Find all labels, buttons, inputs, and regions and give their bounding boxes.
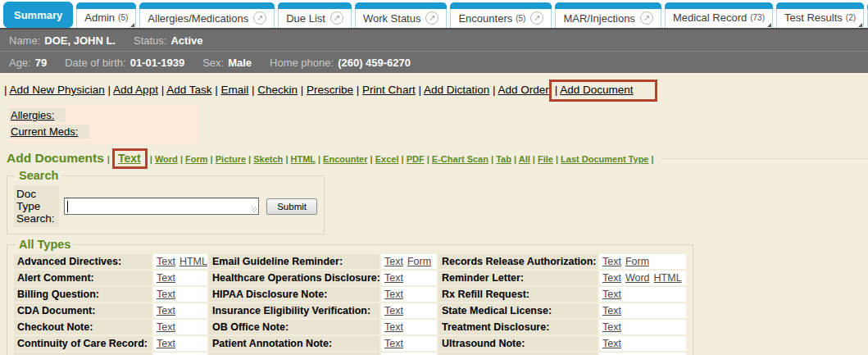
doc-open-link-text[interactable]: Text [157, 256, 175, 267]
open-in-new-icon[interactable]: ↗ [530, 11, 543, 25]
doc-open-link-text[interactable]: Text [384, 256, 403, 267]
doc-label-healthcare-operations-disclosure: Healthcare Operations Disclosure: [209, 271, 379, 285]
doc-open-link-text[interactable]: Text [384, 338, 403, 349]
submit-button[interactable]: Submit [266, 198, 317, 215]
doc-type-link-excel[interactable]: Excel [375, 154, 399, 164]
doc-open-link-form[interactable]: Form [407, 256, 431, 267]
doc-type-search-input[interactable] [64, 198, 259, 215]
tab-count: (5) [516, 14, 525, 23]
doc-type-link-picture[interactable]: Picture [216, 154, 246, 164]
tab-content-row: Medical Record(73) [666, 9, 772, 27]
tab-label: Work Status [363, 12, 421, 25]
doc-open-link-html[interactable]: HTML [180, 256, 207, 267]
current-meds-row: Current Meds: [9, 124, 198, 140]
doc-label-continuity-of-care-record: Continuity of Care Record: [14, 336, 152, 351]
tab-top-strip [555, 2, 661, 9]
doc-type-link-html[interactable]: HTML [291, 154, 316, 164]
doc-label-alert-comment: Alert Comment: [14, 271, 152, 285]
open-in-new-icon[interactable]: ↗ [425, 11, 439, 25]
search-section-title: Search [16, 169, 61, 182]
dob-label: Date of birth: [65, 57, 125, 69]
doc-open-link-text[interactable]: Text [157, 272, 175, 284]
allergies-row: Allergies: [9, 107, 198, 124]
action-link-add-new-physician[interactable]: Add New Physician [10, 84, 105, 96]
dropdown-corner-icon [130, 23, 134, 27]
doc-type-link-last-document-type[interactable]: Last Document Type [561, 154, 648, 164]
doc-open-link-text[interactable]: Text [602, 289, 621, 300]
doc-links-cell: Text [381, 320, 437, 335]
action-link-prescribe[interactable]: Prescribe [307, 84, 353, 96]
doc-open-link-text[interactable]: Text [157, 338, 175, 349]
doc-open-link-text[interactable]: Text [602, 321, 621, 333]
doc-open-link-text[interactable]: Text [602, 272, 621, 284]
tab-summary[interactable]: Summary [3, 2, 73, 28]
doc-label-state-medical-license: State Medical License: [439, 303, 598, 318]
doc-links-cell: TextHTML [153, 254, 207, 269]
doc-open-link-word[interactable]: Word [625, 272, 650, 284]
doc-label-checkout-note: Checkout Note: [14, 320, 152, 335]
open-in-new-icon[interactable]: ↗ [640, 11, 653, 25]
doc-links-cell: Text [381, 303, 437, 318]
main-content: | Add New Physician | Add Appt | Add Tas… [0, 73, 868, 355]
action-link-add-appt[interactable]: Add Appt [113, 84, 158, 96]
dropdown-corner-icon [767, 23, 771, 27]
current-meds-link[interactable]: Current Meds: [9, 125, 89, 139]
doc-type-link-tab[interactable]: Tab [496, 154, 511, 164]
doc-open-link-text[interactable]: Text [384, 272, 403, 284]
dropdown-corner-icon [858, 23, 862, 27]
tab-label: Due List [286, 12, 325, 25]
doc-label-cda-document: CDA Document: [14, 303, 152, 318]
tab-test-results[interactable]: Test Results(2) [776, 2, 864, 28]
doc-links-cell: Text [153, 303, 207, 318]
doc-type-link-word[interactable]: Word [155, 154, 178, 164]
tab-allergies-medications[interactable]: Allergies/Medications↗ [139, 2, 275, 28]
doc-open-link-text[interactable]: Text [384, 321, 403, 333]
doc-open-link-text[interactable]: Text [602, 305, 621, 316]
action-link-add-order[interactable]: Add Order [498, 84, 548, 96]
doc-type-link-form[interactable]: Form [185, 154, 208, 164]
action-link-checkin[interactable]: Checkin [257, 84, 298, 96]
doc-open-link-text[interactable]: Text [157, 321, 175, 333]
sex-label: Sex: [202, 57, 224, 69]
doc-type-link-pdf[interactable]: PDF [407, 154, 425, 164]
tab-work-status[interactable]: Work Status↗ [355, 2, 448, 28]
patient-phone: (260) 459-6270 [338, 57, 411, 69]
tab-label: Allergies/Medications [148, 12, 248, 25]
tab-top-strip [139, 2, 275, 9]
tab-medical-record[interactable]: Medical Record(73) [665, 2, 773, 28]
open-in-new-icon[interactable]: ↗ [330, 11, 343, 25]
action-link-add-dictation[interactable]: Add Dictation [424, 84, 489, 96]
doc-type-link-sketch[interactable]: Sketch [253, 154, 283, 164]
doc-type-link-text[interactable]: Text [118, 152, 141, 165]
action-link-email[interactable]: Email [220, 84, 248, 96]
tab-admin[interactable]: Admin(5) [76, 2, 136, 28]
doc-type-link-file[interactable]: File [538, 154, 553, 164]
tab-encounters[interactable]: Encounters(5)↗ [450, 2, 552, 28]
doc-open-link-html[interactable]: HTML [654, 272, 682, 284]
patient-name-bar: Name: DOE, JOHN L. Status: Active [0, 30, 868, 51]
open-in-new-icon[interactable]: ↗ [253, 11, 266, 25]
doc-open-link-text[interactable]: Text [602, 256, 621, 267]
doc-open-link-text[interactable]: Text [157, 305, 175, 316]
tab-top-strip [665, 2, 773, 9]
action-link-print-chart[interactable]: Print Chart [362, 84, 416, 96]
doc-open-link-text[interactable]: Text [384, 289, 403, 300]
doc-label-email-guideline-reminder: Email Guideline Reminder: [209, 254, 379, 269]
highlight-box-text: Text [112, 148, 148, 169]
doc-type-link-e-chart-scan[interactable]: E-Chart Scan [432, 154, 489, 164]
search-section: Search Doc Type Search: Submit [7, 169, 325, 234]
doc-open-link-text[interactable]: Text [384, 305, 403, 316]
doc-open-link-text[interactable]: Text [602, 338, 621, 349]
tab-due-list[interactable]: Due List↗ [278, 2, 352, 28]
doc-label-treatment-disclosure: Treatment Disclosure: [439, 320, 598, 335]
allergies-link[interactable]: Allergies: [9, 108, 66, 122]
doc-links-cell: Text [381, 336, 437, 351]
doc-type-link-encounter[interactable]: Encounter [323, 154, 367, 164]
doc-open-link-text[interactable]: Text [157, 289, 175, 300]
action-link-add-task[interactable]: Add Task [166, 84, 211, 96]
action-link-add-document[interactable]: Add Document [560, 84, 633, 96]
doc-type-link-all[interactable]: All [519, 154, 530, 164]
phone-label: Home phone: [270, 57, 334, 69]
tab-mar-injections[interactable]: MAR/Injections↗ [555, 2, 661, 28]
doc-open-link-form[interactable]: Form [625, 256, 649, 267]
